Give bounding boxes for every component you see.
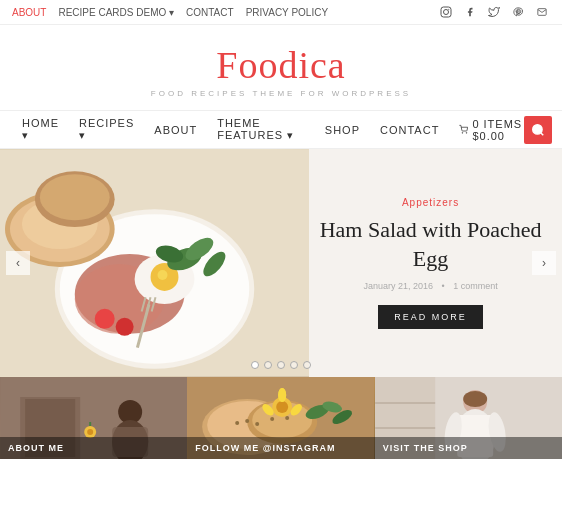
shop-overlay: VISIT THE SHOP [375, 437, 562, 459]
twitter-icon[interactable] [486, 4, 502, 20]
instagram-overlay: FOLLOW ME @INSTAGRAM [187, 437, 374, 459]
shop-label: VISIT THE SHOP [383, 443, 554, 453]
nav-theme-features[interactable]: THEME FEATURES ▾ [207, 111, 315, 149]
hero-image [0, 149, 309, 377]
svg-point-57 [278, 388, 286, 402]
svg-rect-68 [375, 402, 435, 404]
hero-slider: Appetizers Ham Salad with Poached Egg Ja… [0, 149, 562, 377]
svg-point-49 [285, 416, 289, 420]
hero-title: Ham Salad with Poached Egg [319, 216, 542, 273]
nav-items: HOME ▾ RECIPES ▾ ABOUT THEME FEATURES ▾ … [12, 111, 550, 149]
svg-point-2 [448, 9, 449, 10]
svg-point-54 [276, 401, 288, 413]
hero-content: Appetizers Ham Salad with Poached Egg Ja… [309, 149, 562, 377]
svg-point-45 [235, 421, 239, 425]
search-icon [531, 123, 545, 137]
shop-card[interactable]: VISIT THE SHOP [375, 377, 562, 459]
hero-prev-arrow[interactable]: ‹ [6, 251, 30, 275]
nav-recipes[interactable]: RECIPES ▾ [69, 111, 144, 149]
svg-point-46 [245, 419, 249, 423]
hero-meta: January 21, 2016 • 1 comment [360, 281, 500, 291]
social-icons [438, 4, 550, 20]
hero-comments: 1 comment [453, 281, 498, 291]
bottom-cards: ABOUT ME [0, 377, 562, 459]
site-header: Foodica FOOD RECIPES THEME FOR WORDPRESS [0, 25, 562, 111]
svg-point-38 [87, 429, 93, 435]
svg-point-5 [533, 124, 542, 133]
svg-point-64 [463, 391, 487, 407]
svg-point-1 [444, 10, 449, 15]
nav-home[interactable]: HOME ▾ [12, 111, 69, 149]
svg-point-14 [158, 270, 168, 280]
svg-point-3 [462, 133, 463, 134]
nav-shop[interactable]: SHOP [315, 111, 370, 149]
hero-dot-3[interactable] [277, 361, 285, 369]
top-bar: ABOUT RECIPE CARDS DEMO ▾ CONTACT PRIVAC… [0, 0, 562, 25]
nav-contact[interactable]: CONTACT [370, 111, 449, 149]
svg-point-29 [40, 174, 110, 220]
search-button[interactable] [524, 116, 552, 144]
top-bar-about[interactable]: ABOUT [12, 7, 46, 18]
instagram-icon[interactable] [438, 4, 454, 20]
pinterest-icon[interactable] [510, 4, 526, 20]
about-me-label: ABOUT ME [8, 443, 179, 453]
about-me-card[interactable]: ABOUT ME [0, 377, 187, 459]
hero-dots [251, 361, 311, 369]
main-nav: HOME ▾ RECIPES ▾ ABOUT THEME FEATURES ▾ … [0, 111, 562, 149]
site-tagline: FOOD RECIPES THEME FOR WORDPRESS [0, 89, 562, 98]
hero-read-more-button[interactable]: READ MORE [378, 305, 483, 329]
hero-next-arrow[interactable]: › [532, 251, 556, 275]
svg-point-16 [116, 318, 134, 336]
email-icon[interactable] [534, 4, 550, 20]
svg-rect-0 [441, 7, 451, 17]
hero-date: January 21, 2016 [363, 281, 433, 291]
hero-dot-4[interactable] [290, 361, 298, 369]
hero-dot-2[interactable] [264, 361, 272, 369]
svg-point-4 [467, 133, 468, 134]
nav-about[interactable]: ABOUT [144, 111, 207, 149]
hero-food-illustration [0, 149, 309, 377]
svg-line-6 [541, 132, 544, 135]
top-bar-privacy[interactable]: PRIVACY POLICY [246, 7, 328, 18]
svg-point-15 [95, 309, 115, 329]
logo-f: F [216, 44, 238, 86]
facebook-icon[interactable] [462, 4, 478, 20]
hero-plate-bg [0, 149, 309, 377]
hero-dot-1[interactable] [251, 361, 259, 369]
top-bar-links: ABOUT RECIPE CARDS DEMO ▾ CONTACT PRIVAC… [12, 7, 328, 18]
top-bar-contact[interactable]: CONTACT [186, 7, 234, 18]
top-bar-recipe-cards[interactable]: RECIPE CARDS DEMO ▾ [58, 7, 174, 18]
hero-separator: • [441, 281, 444, 291]
instagram-label: FOLLOW ME @INSTAGRAM [195, 443, 366, 453]
svg-point-48 [270, 417, 274, 421]
cart-icon [459, 123, 468, 136]
logo-text: oodica [238, 44, 345, 86]
svg-point-47 [255, 422, 259, 426]
svg-rect-69 [375, 427, 435, 429]
instagram-card[interactable]: FOLLOW ME @INSTAGRAM [187, 377, 374, 459]
about-me-overlay: ABOUT ME [0, 437, 187, 459]
site-logo[interactable]: Foodica [0, 43, 562, 87]
hero-category: Appetizers [402, 197, 459, 208]
hero-dot-5[interactable] [303, 361, 311, 369]
